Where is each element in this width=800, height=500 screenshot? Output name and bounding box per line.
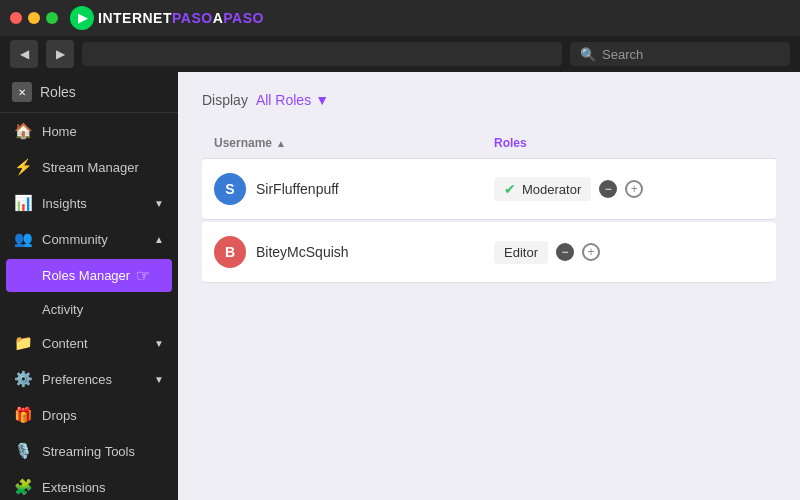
remove-role-button[interactable]: − <box>556 243 574 261</box>
content-icon: 📁 <box>14 334 32 352</box>
role-label: Moderator <box>522 182 581 197</box>
sidebar-item-label: Stream Manager <box>42 160 139 175</box>
sort-icon: ▲ <box>276 138 286 149</box>
streaming-tools-icon: 🎙️ <box>14 442 32 460</box>
sidebar-item-home[interactable]: 🏠 Home <box>0 113 178 149</box>
check-icon: ✔ <box>504 181 516 197</box>
title-bar: ▶ INTERNETPASOAPASO <box>0 0 800 36</box>
sidebar-item-label: Roles Manager <box>42 268 130 283</box>
add-role-button[interactable]: + <box>625 180 643 198</box>
table-row: S SirFluffenpuff ✔ Moderator − + <box>202 159 776 220</box>
extensions-icon: 🧩 <box>14 478 32 496</box>
address-bar[interactable] <box>82 42 562 66</box>
logo: ▶ INTERNETPASOAPASO <box>70 6 264 30</box>
sidebar-item-label: Extensions <box>42 480 106 495</box>
display-value[interactable]: All Roles ▼ <box>256 92 329 108</box>
sidebar-item-label: Activity <box>42 302 83 317</box>
roles-table: Username ▲ Roles S SirFluffenpuff ✔ <box>202 128 776 283</box>
home-icon: 🏠 <box>14 122 32 140</box>
username: BiteyMcSquish <box>256 244 349 260</box>
roles-col: ✔ Moderator − + <box>494 177 764 201</box>
username: SirFluffenpuff <box>256 181 339 197</box>
sidebar-item-activity[interactable]: Activity <box>0 294 178 325</box>
search-icon: 🔍 <box>580 47 596 62</box>
chevron-down-icon: ▼ <box>315 92 329 108</box>
back-button[interactable]: ◀ <box>10 40 38 68</box>
sidebar-item-content[interactable]: 📁 Content ▼ <box>0 325 178 361</box>
preferences-icon: ⚙️ <box>14 370 32 388</box>
sidebar-header: ✕ Roles <box>0 72 178 113</box>
add-role-button[interactable]: + <box>582 243 600 261</box>
col-roles-header: Roles <box>494 136 764 150</box>
sidebar-item-label: Insights <box>42 196 87 211</box>
drops-icon: 🎁 <box>14 406 32 424</box>
search-bar[interactable]: 🔍 Search <box>570 42 790 66</box>
roles-col: Editor − + <box>494 241 764 264</box>
sidebar-item-preferences[interactable]: ⚙️ Preferences ▼ <box>0 361 178 397</box>
community-icon: 👥 <box>14 230 32 248</box>
content-area: Display All Roles ▼ Username ▲ Roles <box>178 72 800 500</box>
sidebar-item-label: Drops <box>42 408 77 423</box>
sidebar-item-stream-manager[interactable]: ⚡ Stream Manager <box>0 149 178 185</box>
chevron-down-icon: ▼ <box>154 374 164 385</box>
sidebar-item-label: Preferences <box>42 372 112 387</box>
user-col: B BiteyMcSquish <box>214 236 494 268</box>
role-label: Editor <box>504 245 538 260</box>
sidebar-item-label: Content <box>42 336 88 351</box>
stream-icon: ⚡ <box>14 158 32 176</box>
logo-text: INTERNETPASOAPASO <box>98 10 264 26</box>
close-button[interactable] <box>10 12 22 24</box>
sidebar-item-streaming-tools[interactable]: 🎙️ Streaming Tools <box>0 433 178 469</box>
role-badge: Editor <box>494 241 548 264</box>
display-label: Display <box>202 92 248 108</box>
sidebar-item-label: Home <box>42 124 77 139</box>
sidebar: ✕ Roles 🏠 Home ⚡ Stream Manager 📊 Insigh… <box>0 72 178 500</box>
sidebar-title: Roles <box>40 84 76 100</box>
sidebar-item-label: Community <box>42 232 108 247</box>
nav-bar: ◀ ▶ 🔍 Search <box>0 36 800 72</box>
close-icon[interactable]: ✕ <box>12 82 32 102</box>
forward-button[interactable]: ▶ <box>46 40 74 68</box>
role-badge: ✔ Moderator <box>494 177 591 201</box>
user-col: S SirFluffenpuff <box>214 173 494 205</box>
cursor-icon: ☞ <box>136 266 150 285</box>
main-layout: ✕ Roles 🏠 Home ⚡ Stream Manager 📊 Insigh… <box>0 72 800 500</box>
avatar: S <box>214 173 246 205</box>
logo-icon: ▶ <box>70 6 94 30</box>
display-bar: Display All Roles ▼ <box>202 92 776 108</box>
avatar: B <box>214 236 246 268</box>
search-placeholder: Search <box>602 47 643 62</box>
chevron-up-icon: ▲ <box>154 234 164 245</box>
sidebar-item-roles-manager[interactable]: Roles Manager ☞ <box>6 259 172 292</box>
insights-icon: 📊 <box>14 194 32 212</box>
sidebar-item-drops[interactable]: 🎁 Drops <box>0 397 178 433</box>
chevron-down-icon: ▼ <box>154 198 164 209</box>
window-controls <box>10 12 58 24</box>
col-username-header[interactable]: Username ▲ <box>214 136 494 150</box>
remove-role-button[interactable]: − <box>599 180 617 198</box>
sidebar-item-extensions[interactable]: 🧩 Extensions <box>0 469 178 500</box>
sidebar-item-community[interactable]: 👥 Community ▲ <box>0 221 178 257</box>
sidebar-item-label: Streaming Tools <box>42 444 135 459</box>
chevron-down-icon: ▼ <box>154 338 164 349</box>
table-header: Username ▲ Roles <box>202 128 776 159</box>
table-row: B BiteyMcSquish Editor − + <box>202 222 776 283</box>
minimize-button[interactable] <box>28 12 40 24</box>
maximize-button[interactable] <box>46 12 58 24</box>
sidebar-item-insights[interactable]: 📊 Insights ▼ <box>0 185 178 221</box>
